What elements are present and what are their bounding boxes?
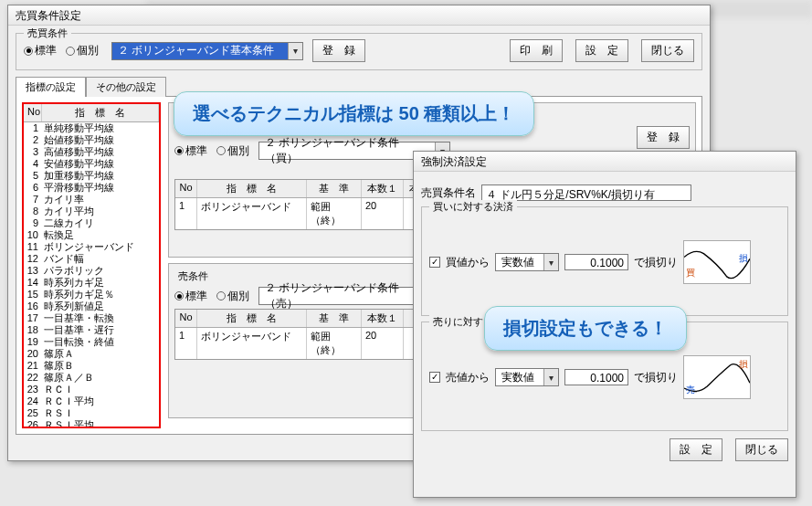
- sub-titlebar: 強制決済設定: [414, 152, 796, 172]
- sub-title: 強制決済設定: [421, 155, 487, 168]
- chevron-down-icon: [543, 369, 558, 385]
- list-item[interactable]: 14時系列カギ足: [24, 277, 159, 289]
- buy-radio-standard[interactable]: 標準: [174, 143, 207, 159]
- list-item[interactable]: 11ボリンジャーバンド: [24, 241, 159, 253]
- indicator-header: No 指 標 名: [24, 104, 159, 122]
- buy-register-button[interactable]: 登 録: [637, 126, 690, 149]
- list-item[interactable]: 4安値移動平均線: [24, 158, 159, 170]
- list-item[interactable]: 2始値移動平均線: [24, 134, 159, 146]
- sell-radio-standard[interactable]: 標準: [174, 289, 207, 304]
- buy-chart: 買 損: [683, 240, 751, 284]
- trade-cond-fieldset: 売買条件 標準 個別 ２ ボリンジャーバンド基本条件 登 録 印 刷 設 定 閉…: [16, 33, 702, 70]
- close-button[interactable]: 閉じる: [641, 39, 694, 62]
- list-item[interactable]: 16時系列新値足: [24, 300, 159, 312]
- list-item[interactable]: 26ＲＳＩ平均: [24, 419, 159, 428]
- list-item[interactable]: 18一目基準・遅行: [24, 324, 159, 336]
- list-item[interactable]: 1単純移動平均線: [24, 122, 159, 134]
- list-item[interactable]: 6平滑移動平均線: [24, 182, 159, 194]
- tab-indicator-settings[interactable]: 指標の設定: [16, 77, 86, 97]
- buy-mode-select[interactable]: 実数値: [495, 253, 559, 271]
- register-button[interactable]: 登 録: [312, 39, 365, 62]
- list-item[interactable]: 17一目基準・転換: [24, 312, 159, 324]
- list-item[interactable]: 25ＲＳＩ: [24, 407, 159, 419]
- list-item[interactable]: 15時系列カギ足％: [24, 289, 159, 300]
- sell-chart: 売 損: [683, 355, 751, 399]
- main-title: 売買条件設定: [16, 9, 81, 22]
- sub-settings-button[interactable]: 設 定: [670, 438, 722, 461]
- sub-close-button[interactable]: 閉じる: [735, 438, 788, 461]
- tab-other-settings[interactable]: その他の設定: [86, 77, 166, 97]
- list-item[interactable]: 5加重移動平均線: [24, 170, 159, 182]
- chevron-down-icon: [543, 254, 558, 270]
- sell-value-input[interactable]: 0.1000: [564, 369, 628, 385]
- main-condition-select[interactable]: ２ ボリンジャーバンド基本条件: [111, 42, 303, 60]
- list-item[interactable]: 19一目転換・終値: [24, 336, 159, 348]
- print-button[interactable]: 印 刷: [510, 39, 563, 62]
- list-item[interactable]: 7カイリ率: [24, 194, 159, 206]
- callout-indicators: 選べるテクニカル指標は 50 種類以上！: [174, 91, 534, 136]
- list-item[interactable]: 10転換足: [24, 229, 159, 241]
- list-item[interactable]: 22篠原Ａ／Ｂ: [24, 372, 159, 384]
- mode-radios: 標準 個別: [24, 43, 102, 58]
- list-item[interactable]: 12バンド幅: [24, 253, 159, 265]
- sell-mode-select[interactable]: 実数値: [495, 368, 559, 386]
- chevron-down-icon: [288, 43, 302, 59]
- radio-standard[interactable]: 標準: [24, 43, 57, 58]
- condname-label: 売買条件名: [421, 185, 476, 201]
- buy-radio-individual[interactable]: 個別: [216, 143, 249, 159]
- settings-button[interactable]: 設 定: [575, 39, 628, 62]
- radio-individual[interactable]: 個別: [66, 43, 99, 58]
- buy-settle-fieldset: 買いに対する決済 買値から 実数値 0.1000 で損切り 買 損: [421, 206, 788, 316]
- main-titlebar: 売買条件設定: [8, 5, 710, 26]
- condname-field[interactable]: ４ ドル円５分足/SRV%K/損切り有: [481, 184, 691, 201]
- list-item[interactable]: 21篠原Ｂ: [24, 360, 159, 372]
- list-item[interactable]: 13パラボリック: [24, 265, 159, 277]
- callout-stoploss: 損切設定もできる！: [484, 306, 687, 351]
- trade-cond-legend: 売買条件: [24, 26, 71, 40]
- list-item[interactable]: 20篠原Ａ: [24, 348, 159, 360]
- sell-radio-individual[interactable]: 個別: [216, 289, 249, 304]
- list-item[interactable]: 23ＲＣＩ: [24, 384, 159, 395]
- buy-checkbox[interactable]: [429, 257, 440, 268]
- sell-checkbox[interactable]: [429, 372, 440, 383]
- list-item[interactable]: 8カイリ平均: [24, 206, 159, 217]
- list-item[interactable]: 24ＲＣＩ平均: [24, 395, 159, 407]
- indicator-listbox[interactable]: No 指 標 名 1単純移動平均線2始値移動平均線3高値移動平均線4安値移動平均…: [22, 102, 161, 428]
- list-item[interactable]: 9二線カイリ: [24, 217, 159, 229]
- buy-value-input[interactable]: 0.1000: [564, 254, 628, 270]
- list-item[interactable]: 3高値移動平均線: [24, 146, 159, 158]
